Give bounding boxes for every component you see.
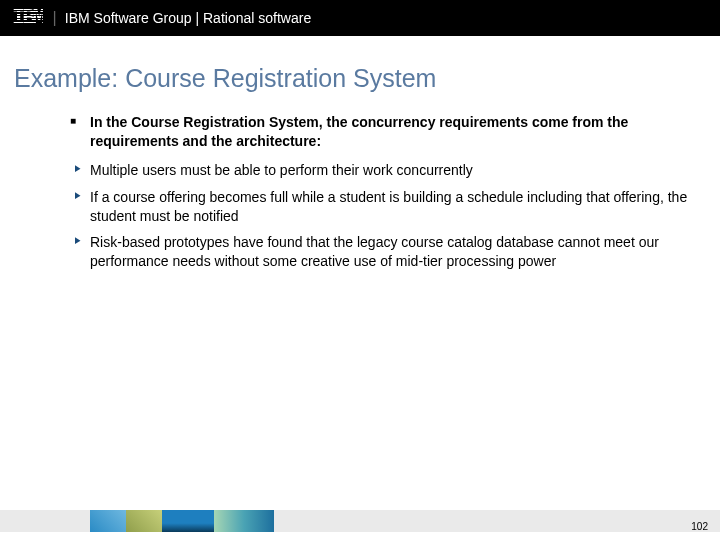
header-text: IBM Software Group | Rational software (65, 10, 311, 26)
slide-title: Example: Course Registration System (0, 36, 720, 113)
header-separator: | (53, 9, 65, 27)
slide-content: In the Course Registration System, the c… (0, 113, 720, 271)
sub-bullet: If a course offering becomes full while … (90, 188, 690, 226)
page-number: 102 (691, 521, 708, 532)
sub-bullet: Risk-based prototypes have found that th… (90, 233, 690, 271)
footer-bar (0, 508, 720, 534)
lead-bullet: In the Course Registration System, the c… (90, 113, 690, 151)
footer-graphics (0, 510, 274, 532)
header-bar: IBM | IBM Software Group | Rational soft… (0, 0, 720, 36)
sub-bullet: Multiple users must be able to perform t… (90, 161, 690, 180)
ibm-logo: IBM (12, 6, 53, 31)
